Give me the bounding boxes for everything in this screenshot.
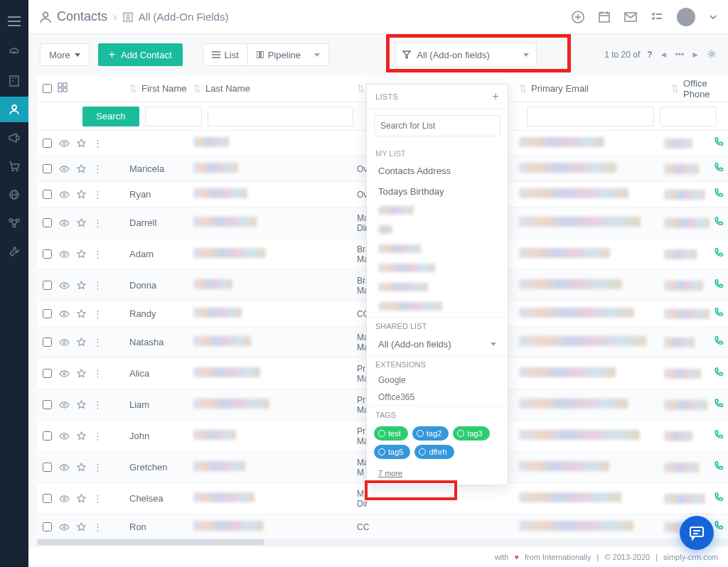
phone-icon[interactable] [714, 188, 724, 200]
phone-icon[interactable] [714, 308, 724, 320]
extension-office365[interactable]: Office365 [367, 389, 508, 406]
row-menu-icon[interactable]: ⋮ [93, 522, 102, 532]
star-icon[interactable] [77, 139, 86, 148]
eye-icon[interactable] [59, 140, 70, 147]
row-checkbox[interactable] [43, 139, 52, 148]
tag-pill[interactable]: tag5 [374, 445, 410, 459]
page-prev-icon[interactable]: ◄ [660, 50, 668, 60]
eye-icon[interactable] [59, 339, 70, 346]
add-list-button[interactable]: + [492, 90, 499, 103]
eye-icon[interactable] [59, 401, 70, 409]
star-icon[interactable] [77, 431, 86, 441]
add-icon[interactable] [572, 11, 584, 23]
tag-pill[interactable]: dfhrh [414, 445, 454, 459]
row-menu-icon[interactable]: ⋮ [93, 308, 102, 319]
horizontal-scrollbar[interactable] [37, 539, 728, 546]
more-button[interactable]: More [40, 43, 90, 66]
eye-icon[interactable] [59, 464, 70, 471]
row-checkbox[interactable] [43, 309, 52, 318]
eye-icon[interactable] [59, 370, 70, 377]
eye-icon[interactable] [59, 310, 70, 318]
sidebar-tools-icon[interactable] [0, 239, 28, 264]
row-menu-icon[interactable]: ⋮ [93, 249, 102, 259]
row-checkbox[interactable] [43, 463, 52, 472]
table-row[interactable]: ⋮ Chelsea MDir [37, 483, 728, 514]
star-icon[interactable] [77, 463, 86, 472]
table-row[interactable]: ⋮ Ron CC [37, 514, 728, 539]
view-pipeline-button[interactable]: Pipeline [247, 43, 330, 66]
sidebar-globe-icon[interactable] [0, 182, 28, 207]
eye-icon[interactable] [59, 166, 70, 173]
star-icon[interactable] [77, 164, 86, 173]
row-menu-icon[interactable]: ⋮ [93, 138, 102, 148]
phone-icon[interactable] [714, 430, 724, 442]
phone-icon[interactable] [714, 137, 724, 149]
eye-icon[interactable] [59, 282, 70, 289]
eye-icon[interactable] [59, 191, 70, 198]
row-checkbox[interactable] [43, 249, 52, 259]
star-icon[interactable] [77, 369, 86, 378]
filter-email[interactable] [527, 107, 654, 126]
row-menu-icon[interactable]: ⋮ [93, 337, 102, 347]
eye-icon[interactable] [59, 433, 70, 440]
sidebar-workflow-icon[interactable] [0, 210, 28, 236]
filter-dropdown-button[interactable]: All (Add-on fields) [395, 43, 537, 67]
list-item[interactable]: Todays Birthday [367, 181, 508, 202]
phone-icon[interactable] [714, 492, 724, 504]
chat-fab[interactable] [680, 516, 714, 550]
avatar[interactable] [677, 8, 695, 26]
view-list-button[interactable]: List [203, 43, 248, 66]
select-all-checkbox[interactable] [43, 84, 52, 93]
star-icon[interactable] [77, 249, 86, 259]
row-menu-icon[interactable]: ⋮ [93, 163, 102, 174]
menu-icon[interactable] [0, 9, 28, 34]
star-icon[interactable] [77, 309, 86, 318]
star-icon[interactable] [77, 190, 86, 199]
star-icon[interactable] [77, 281, 86, 290]
sidebar-campaigns-icon[interactable] [0, 125, 28, 151]
gear-icon[interactable] [707, 49, 717, 61]
row-checkbox[interactable] [43, 494, 52, 503]
phone-icon[interactable] [714, 279, 724, 291]
eye-icon[interactable] [59, 524, 70, 531]
search-button[interactable]: Search [82, 107, 140, 126]
list-item[interactable]: Contacts Address [367, 161, 508, 181]
star-icon[interactable] [77, 338, 86, 347]
eye-icon[interactable] [59, 251, 70, 258]
filter-first-name[interactable] [145, 107, 202, 126]
star-icon[interactable] [77, 522, 86, 531]
row-menu-icon[interactable]: ⋮ [93, 431, 102, 441]
tasks-icon[interactable] [651, 12, 663, 22]
mail-icon[interactable] [624, 12, 637, 22]
row-checkbox[interactable] [43, 190, 52, 199]
row-checkbox[interactable] [43, 522, 52, 531]
phone-icon[interactable] [714, 217, 724, 229]
chevron-down-icon[interactable] [710, 15, 717, 19]
grid-icon[interactable] [58, 82, 68, 94]
tag-pill[interactable]: tag2 [412, 426, 449, 441]
eye-icon[interactable] [59, 495, 70, 502]
star-icon[interactable] [77, 494, 86, 503]
page-more-icon[interactable]: ••• [675, 50, 685, 60]
phone-icon[interactable] [714, 248, 724, 260]
row-menu-icon[interactable]: ⋮ [93, 368, 102, 379]
tag-pill[interactable]: tag3 [453, 426, 489, 441]
row-menu-icon[interactable]: ⋮ [93, 280, 102, 291]
sidebar-dashboard-icon[interactable] [0, 40, 28, 65]
add-contact-button[interactable]: +Add Contact [98, 43, 183, 66]
sidebar-cart-icon[interactable] [0, 153, 28, 179]
row-menu-icon[interactable]: ⋮ [93, 217, 102, 228]
extension-google[interactable]: Google [367, 372, 508, 389]
breadcrumb-root[interactable]: Contacts [57, 9, 107, 24]
filter-last-name[interactable] [208, 107, 353, 126]
filter-phone[interactable] [660, 107, 717, 126]
row-menu-icon[interactable]: ⋮ [93, 493, 102, 504]
row-checkbox[interactable] [43, 369, 52, 378]
phone-icon[interactable] [714, 336, 724, 348]
phone-icon[interactable] [714, 521, 724, 533]
row-menu-icon[interactable]: ⋮ [93, 399, 102, 410]
phone-icon[interactable] [714, 399, 724, 411]
tag-pill[interactable]: test [374, 426, 408, 441]
star-icon[interactable] [77, 400, 86, 409]
row-checkbox[interactable] [43, 338, 52, 347]
